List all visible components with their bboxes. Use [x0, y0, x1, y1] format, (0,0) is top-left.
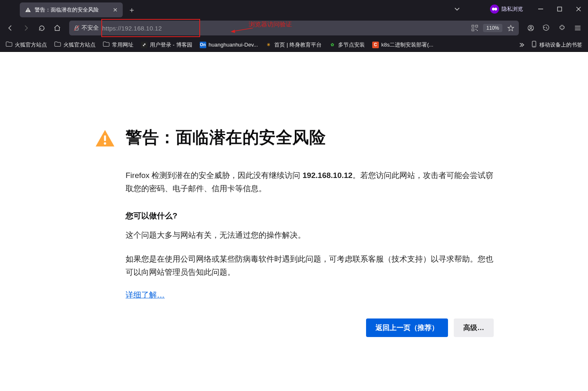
reload-button[interactable] — [35, 21, 49, 35]
bookmark-item[interactable]: Ck8s二进制安装部署(... — [369, 40, 436, 50]
lock-warning-icon — [73, 25, 80, 31]
warning-paragraph-2: 这个问题大多与网站有关，无法通过您的操作解决。 — [126, 229, 494, 242]
page-heading: 警告：面临潜在的安全风险 — [126, 126, 326, 149]
bookmark-item[interactable]: ✳首页 | 终身教育平台 — [262, 40, 325, 50]
security-indicator[interactable]: 不安全 — [73, 24, 99, 32]
svg-point-24 — [104, 142, 106, 145]
bookmark-label: 火狐官方站点 — [63, 41, 96, 49]
mask-icon — [490, 5, 499, 14]
favicon: ✳ — [265, 42, 272, 48]
warning-icon — [25, 7, 31, 13]
bookmarks-overflow-button[interactable] — [516, 39, 527, 51]
svg-rect-10 — [476, 25, 478, 27]
svg-rect-23 — [104, 135, 106, 141]
svg-rect-20 — [534, 46, 535, 46]
svg-rect-5 — [538, 9, 543, 9]
url-text: https://192.168.10.12 — [102, 25, 466, 32]
warning-paragraph-1: Firefox 检测到潜在的安全威胁，因此没有继续访问 192.168.10.1… — [126, 169, 494, 196]
button-row: 返回上一页（推荐） 高级… — [126, 318, 494, 337]
bookmark-label: 首页 | 终身教育平台 — [274, 41, 322, 49]
svg-rect-16 — [575, 26, 581, 27]
account-button[interactable] — [524, 21, 538, 35]
browser-chrome: 警告：面临潜在的安全风险 ✕ ＋ 隐私浏览 — [0, 0, 588, 52]
bookmark-label: k8s二进制安装部署(... — [381, 41, 433, 49]
private-label: 隐私浏览 — [502, 5, 523, 13]
svg-rect-6 — [558, 7, 562, 11]
history-button[interactable] — [539, 21, 553, 35]
folder-icon — [6, 41, 12, 48]
extensions-button[interactable] — [555, 21, 569, 35]
learn-more-link[interactable]: 详细了解… — [126, 290, 165, 299]
private-browsing-badge: 隐私浏览 — [490, 5, 523, 14]
tab-strip: 警告：面临潜在的安全风险 ✕ ＋ 隐私浏览 — [0, 0, 588, 18]
bookmark-item[interactable]: ✿多节点安装 — [326, 40, 368, 50]
window-controls: 隐私浏览 — [449, 0, 588, 18]
home-button[interactable] — [50, 21, 64, 35]
toolbar: 不安全 https://192.168.10.12 110% — [0, 18, 588, 38]
bookmark-item[interactable]: ⤢用户登录 - 博客园 — [138, 40, 196, 50]
bookmark-item[interactable]: 常用网址 — [100, 40, 137, 50]
mobile-icon — [531, 41, 537, 49]
window-maximize-button[interactable] — [550, 2, 569, 16]
tab-active[interactable]: 警告：面临潜在的安全风险 ✕ — [20, 2, 123, 17]
bookmarks-bar: 火狐官方站点火狐官方站点常用网址⤢用户登录 - 博客园Onhuanghuanhu… — [0, 38, 588, 52]
hostname-strong: 192.168.10.12 — [303, 171, 353, 180]
insecure-label: 不安全 — [82, 24, 99, 32]
new-tab-button[interactable]: ＋ — [125, 3, 138, 16]
qr-icon[interactable] — [469, 22, 481, 34]
favicon: ⤢ — [141, 42, 147, 48]
bookmark-label: huanghuanhui-Dev... — [209, 42, 258, 48]
tablist-dropdown-button[interactable] — [449, 2, 465, 16]
svg-rect-4 — [494, 9, 495, 9]
warning-triangle-icon — [94, 128, 116, 149]
svg-rect-1 — [28, 11, 28, 12]
bookmark-item[interactable]: Onhuanghuanhui-Dev... — [196, 40, 261, 50]
bookmark-mobile[interactable]: 移动设备上的书签 — [528, 39, 586, 50]
url-bar[interactable]: 不安全 https://192.168.10.12 110% — [69, 21, 519, 35]
forward-button[interactable] — [19, 21, 33, 35]
bookmark-item[interactable]: 火狐官方站点 — [2, 40, 50, 50]
svg-point-15 — [530, 26, 532, 28]
app-menu-button[interactable] — [571, 21, 585, 35]
go-back-button[interactable]: 返回上一页（推荐） — [366, 318, 448, 337]
svg-rect-17 — [575, 28, 581, 28]
advanced-button[interactable]: 高级… — [454, 318, 494, 337]
favicon: C — [372, 42, 379, 48]
page-content: 警告：面临潜在的安全风险 Firefox 检测到潜在的安全威胁，因此没有继续访问… — [0, 52, 588, 391]
bookmark-star-icon[interactable] — [505, 22, 516, 34]
zoom-level[interactable]: 110% — [483, 24, 502, 32]
warning-paragraph-3: 如果您是在使用公司网络或某些防病毒软件时遇到此问题，可考虑联系客服（技术支持）以… — [126, 253, 494, 279]
svg-rect-12 — [476, 29, 476, 30]
svg-rect-13 — [477, 30, 478, 31]
bookmark-label: 常用网址 — [112, 41, 133, 49]
bookmark-label: 多节点安装 — [338, 41, 365, 49]
bookmark-label: 用户登录 - 博客园 — [150, 41, 192, 49]
folder-icon — [103, 41, 110, 48]
sub-heading: 您可以做什么? — [126, 211, 494, 221]
urlbar-right: 110% — [469, 22, 516, 34]
window-minimize-button[interactable] — [531, 2, 550, 16]
favicon: ✿ — [329, 42, 336, 48]
favicon: On — [200, 42, 206, 48]
bookmark-label: 火狐官方站点 — [15, 41, 47, 49]
folder-icon — [54, 41, 61, 48]
window-close-button[interactable] — [569, 2, 588, 16]
svg-rect-9 — [472, 25, 474, 27]
svg-rect-18 — [575, 30, 581, 30]
back-button[interactable] — [3, 21, 17, 35]
tab-close-button[interactable]: ✕ — [111, 6, 119, 14]
bookmark-item[interactable]: 火狐官方站点 — [51, 40, 99, 50]
svg-rect-11 — [472, 29, 474, 31]
tab-title: 警告：面临潜在的安全风险 — [35, 6, 99, 14]
svg-rect-0 — [28, 9, 28, 10]
bookmark-label: 移动设备上的书签 — [539, 41, 582, 49]
